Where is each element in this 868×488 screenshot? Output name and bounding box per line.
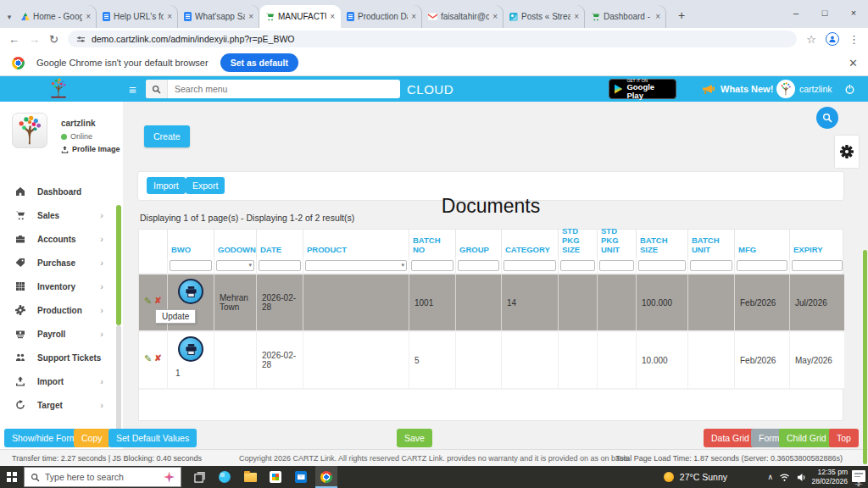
tab-close-icon[interactable]: × bbox=[330, 12, 335, 21]
sidebar-item-support-tickets[interactable]: Support Tickets bbox=[0, 346, 119, 369]
gear-icon[interactable] bbox=[840, 145, 854, 158]
task-view-button[interactable] bbox=[188, 466, 210, 488]
filter-mfg-input[interactable] bbox=[737, 260, 787, 271]
copilot-sparkle-icon[interactable] bbox=[164, 472, 175, 483]
column-header-std-pkg-unit[interactable]: STD PKG UNIT bbox=[597, 230, 636, 258]
banner-close-icon[interactable]: ✕ bbox=[849, 57, 858, 69]
data-grid-button[interactable]: Data Grid bbox=[704, 429, 757, 447]
tab-close-icon[interactable]: × bbox=[574, 12, 579, 21]
column-header-expiry[interactable]: EXPIRY bbox=[789, 230, 844, 258]
tab-gmail[interactable]: faisaltahir@cartzli × bbox=[422, 5, 504, 28]
column-header-category[interactable]: CATEGORY bbox=[501, 230, 558, 258]
sidebar-scrollbar-thumb[interactable] bbox=[116, 205, 121, 325]
window-close-button[interactable]: × bbox=[839, 8, 868, 18]
filter-date-input[interactable] bbox=[259, 260, 301, 271]
tab-production-data[interactable]: Production Data E × bbox=[341, 5, 422, 28]
tray-expand-button[interactable]: ∧ bbox=[767, 466, 773, 488]
column-header-std-pkg-size[interactable]: STD PKG SIZE bbox=[558, 230, 597, 258]
filter-product-select[interactable]: ▾ bbox=[305, 260, 407, 271]
filter-batch-no-input[interactable] bbox=[411, 260, 453, 271]
show-hide-form-button[interactable]: Show/hide Form bbox=[4, 429, 84, 447]
notification-center-button[interactable]: 2 bbox=[852, 470, 865, 482]
forward-icon[interactable]: → bbox=[29, 34, 40, 45]
reload-icon[interactable]: ↻ bbox=[49, 34, 58, 45]
microsoft-store-button[interactable] bbox=[264, 466, 287, 488]
set-as-default-button[interactable]: Set as default bbox=[220, 53, 298, 72]
google-play-badge[interactable]: GET IT ON Google Play bbox=[609, 79, 676, 99]
edit-pencil-icon[interactable]: ✎ bbox=[144, 354, 152, 363]
filter-std-pkg-unit-input[interactable] bbox=[599, 260, 634, 271]
search-icon[interactable] bbox=[146, 80, 168, 98]
bookmark-star-icon[interactable]: ☆ bbox=[806, 34, 816, 45]
tab-close-icon[interactable]: × bbox=[86, 12, 91, 21]
menu-search-input[interactable] bbox=[168, 84, 400, 94]
column-header-date[interactable]: DATE bbox=[256, 230, 303, 258]
address-bar[interactable]: demo.cartzlink.com/admin/indexyii.php?r=… bbox=[68, 30, 797, 47]
filter-category-input[interactable] bbox=[504, 260, 556, 271]
column-header-product[interactable]: PRODUCT bbox=[303, 230, 409, 258]
tab-close-icon[interactable]: × bbox=[655, 12, 660, 21]
sidebar-item-production[interactable]: Production › bbox=[0, 298, 119, 322]
company-logo[interactable] bbox=[44, 78, 73, 102]
tab-close-icon[interactable]: × bbox=[167, 12, 172, 21]
top-button[interactable]: Top bbox=[829, 429, 859, 447]
file-explorer-button[interactable] bbox=[239, 466, 261, 488]
profile-image-upload[interactable]: Profile Image bbox=[61, 145, 120, 153]
whats-new-link[interactable]: Whats New! bbox=[702, 84, 773, 95]
window-minimize-button[interactable]: – bbox=[782, 8, 810, 18]
column-header-bwo[interactable]: BWO bbox=[167, 230, 214, 258]
tab-posts-streamline[interactable]: Posts « Streamline × bbox=[504, 5, 585, 28]
browser-profile-icon[interactable] bbox=[826, 32, 839, 46]
sidebar-item-sales[interactable]: Sales › bbox=[0, 203, 119, 227]
page-search-button[interactable] bbox=[816, 107, 838, 129]
menu-search-box[interactable] bbox=[146, 80, 400, 98]
sidebar-item-purchase[interactable]: Purchase › bbox=[0, 251, 119, 274]
back-icon[interactable]: ← bbox=[8, 34, 19, 45]
browser-menu-icon[interactable]: ⋮ bbox=[849, 34, 860, 45]
child-grid-button[interactable]: Child Grid bbox=[779, 429, 834, 447]
filter-batch-size-input[interactable] bbox=[638, 260, 686, 271]
tab-close-icon[interactable]: × bbox=[411, 12, 416, 21]
taskbar-clock[interactable]: 12:35 pm 28/02/2026 bbox=[811, 468, 848, 486]
volume-button[interactable] bbox=[797, 466, 807, 488]
site-settings-icon[interactable] bbox=[76, 35, 86, 44]
tab-manufacturing-active[interactable]: MANUFACTURING × bbox=[259, 5, 341, 28]
tab-search-chevron-icon[interactable]: ▾ bbox=[3, 5, 15, 28]
column-header-batch-size[interactable]: BATCH SIZE bbox=[636, 230, 687, 258]
sidebar-item-target[interactable]: Target › bbox=[0, 393, 119, 417]
tab-home-google-drive[interactable]: Home - Google D × bbox=[15, 5, 97, 28]
column-header-batch-unit[interactable]: BATCH UNIT bbox=[687, 230, 734, 258]
profile-image[interactable] bbox=[12, 113, 47, 148]
print-button[interactable] bbox=[178, 336, 203, 362]
filter-bwo-input[interactable] bbox=[170, 260, 212, 271]
column-header-godown[interactable]: GODOWN bbox=[214, 230, 256, 258]
filter-batch-unit-input[interactable] bbox=[690, 260, 732, 271]
save-button[interactable]: Save bbox=[397, 429, 432, 447]
start-button[interactable] bbox=[7, 472, 17, 482]
table-row[interactable]: ✎ ✘ 1 2026-02-28 5 10.000 bbox=[139, 330, 843, 388]
tab-dashboard[interactable]: Dashboard - Powe × bbox=[585, 5, 666, 28]
logout-power-icon[interactable] bbox=[844, 83, 855, 98]
mail-button[interactable] bbox=[290, 466, 312, 488]
sidebar-scrollbar-track[interactable] bbox=[116, 325, 121, 434]
import-button[interactable]: Import bbox=[147, 177, 186, 194]
column-header-mfg[interactable]: MFG bbox=[734, 230, 789, 258]
edit-pencil-icon[interactable]: ✎ bbox=[144, 297, 152, 306]
filter-group-input[interactable] bbox=[458, 260, 499, 271]
tab-whatsapp-sales[interactable]: What'sapp Sales N × bbox=[178, 5, 259, 28]
sidebar-item-inventory[interactable]: Inventory › bbox=[0, 274, 119, 298]
new-tab-button[interactable]: + bbox=[671, 5, 692, 25]
edge-taskbar-button[interactable] bbox=[214, 466, 236, 488]
delete-x-icon[interactable]: ✘ bbox=[154, 354, 161, 363]
filter-expiry-input[interactable] bbox=[792, 260, 843, 271]
sidebar-item-accounts[interactable]: Accounts › bbox=[0, 227, 119, 251]
taskbar-search-box[interactable]: Type here to search bbox=[24, 467, 181, 487]
delete-x-icon[interactable]: ✘ bbox=[154, 297, 161, 305]
filter-godown-select[interactable]: ▾ bbox=[216, 260, 254, 271]
table-row[interactable]: ✎ ✘ Update 2 Mehran Town 2026-02-28 1001… bbox=[139, 273, 843, 330]
column-header-group[interactable]: GROUP bbox=[455, 230, 501, 258]
chrome-taskbar-button[interactable] bbox=[315, 466, 337, 488]
page-scrollbar-thumb[interactable] bbox=[863, 250, 867, 464]
tab-help-urls[interactable]: Help URL's for ERP × bbox=[97, 5, 178, 28]
window-maximize-button[interactable]: □ bbox=[810, 8, 839, 18]
